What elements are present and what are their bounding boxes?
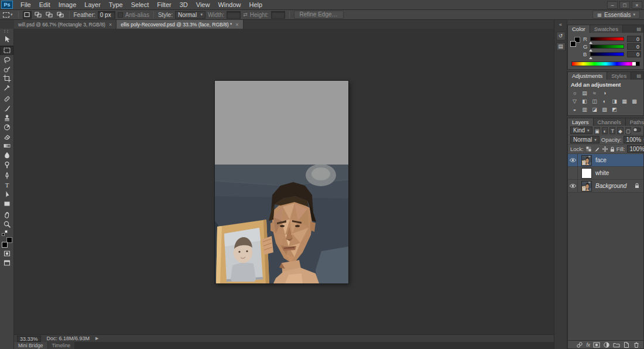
add-layer-mask-icon[interactable] — [593, 341, 600, 348]
panel-color-swatches[interactable] — [570, 37, 580, 47]
menu-type[interactable]: Type — [105, 0, 127, 10]
red-slider[interactable] — [590, 37, 624, 41]
layer-thumbnail[interactable] — [581, 181, 592, 191]
document-tab-ellis-poly[interactable]: ellis poly-Recovered.psd @ 33.3% (face, … — [117, 20, 243, 29]
menu-layer[interactable]: Layer — [80, 0, 105, 10]
foreground-color-swatch[interactable] — [570, 41, 576, 47]
adjustment-vibrance-icon[interactable]: ▽ — [570, 98, 579, 105]
tool-move[interactable] — [0, 35, 13, 44]
new-adjustment-layer-icon[interactable] — [603, 341, 610, 348]
tool-preset-dropdown[interactable]: ▾ — [2, 12, 14, 18]
style-dropdown[interactable]: Normal ▾ — [175, 11, 205, 19]
adjustment-photo-filter-icon[interactable]: ◨ — [610, 98, 619, 105]
tool-pen[interactable] — [0, 171, 13, 180]
tool-crop[interactable] — [0, 74, 13, 83]
menu-file[interactable]: File — [16, 0, 35, 10]
new-group-icon[interactable] — [613, 341, 620, 348]
foreground-color-swatch[interactable] — [2, 242, 8, 248]
close-button[interactable]: × — [632, 1, 642, 9]
tool-spot-healing-brush[interactable] — [0, 94, 13, 104]
lock-position-icon[interactable] — [602, 146, 608, 153]
expand-dock-icon[interactable]: « — [554, 20, 567, 30]
tab-swatches[interactable]: Swatches — [590, 25, 623, 33]
tab-paths[interactable]: Paths — [626, 118, 644, 126]
tab-layers[interactable]: Layers — [568, 118, 594, 126]
visibility-toggle[interactable] — [568, 154, 578, 166]
subtract-from-selection-mode-button[interactable] — [45, 11, 54, 19]
adjustment-hue-saturation-icon[interactable]: ◧ — [580, 98, 589, 105]
tab-adjustments[interactable]: Adjustments — [568, 72, 607, 80]
slider-marker-icon[interactable] — [589, 49, 592, 52]
document-tab-will[interactable]: will.psd @ 66.7% (Rectangle 3, RGB/8) × — [14, 20, 117, 29]
panel-menu-icon[interactable]: ▤ — [634, 72, 643, 80]
close-tab-icon[interactable]: × — [235, 22, 238, 28]
menu-window[interactable]: Window — [214, 0, 245, 10]
lock-pixels-icon[interactable] — [594, 146, 600, 153]
foreground-background-swatches[interactable] — [2, 237, 12, 248]
layer-thumbnail[interactable] — [581, 155, 592, 166]
link-layers-icon[interactable] — [576, 341, 583, 348]
refine-edge-button[interactable]: Refine Edge… — [294, 11, 344, 19]
layer-name[interactable]: face — [595, 157, 607, 163]
layer-row-face[interactable]: face — [568, 154, 643, 167]
layer-thumbnail[interactable] — [581, 168, 592, 179]
new-selection-mode-button[interactable] — [23, 11, 32, 19]
panel-menu-icon[interactable]: ▤ — [634, 25, 643, 33]
tool-eyedropper[interactable] — [0, 83, 13, 93]
layer-name[interactable]: white — [595, 170, 609, 176]
adjustment-layers-filter-icon[interactable]: ◐ — [602, 127, 608, 134]
adjustment-posterize-icon[interactable]: ▥ — [580, 106, 589, 113]
blend-mode-dropdown[interactable]: Normal ▾ — [570, 136, 600, 143]
restore-button[interactable]: □ — [619, 1, 630, 9]
width-input[interactable] — [227, 11, 241, 19]
layer-name[interactable]: Background — [595, 183, 626, 189]
layer-row-background[interactable]: Background — [568, 180, 643, 193]
tab-channels[interactable]: Channels — [594, 118, 626, 126]
status-flyout-arrow-icon[interactable]: ▶ — [95, 336, 98, 341]
menu-image[interactable]: Image — [54, 0, 81, 10]
filtering-toggle[interactable] — [633, 127, 641, 134]
minimize-button[interactable]: – — [607, 1, 618, 9]
lock-all-icon[interactable] — [610, 146, 615, 153]
green-slider[interactable] — [590, 45, 624, 49]
panel-grip-icon[interactable] — [4, 30, 10, 33]
adjustment-black-white-icon[interactable]: ◐ — [600, 98, 609, 105]
tool-lasso[interactable] — [0, 55, 13, 64]
workspace-switcher-button[interactable]: ▦ Essentials ▾ — [592, 11, 640, 19]
tool-quick-selection[interactable] — [0, 64, 13, 74]
tab-styles[interactable]: Styles — [607, 72, 631, 80]
document-view[interactable] — [215, 81, 348, 283]
green-value-field[interactable]: 0 — [627, 43, 641, 50]
type-layers-filter-icon[interactable]: T — [609, 127, 615, 134]
close-tab-icon[interactable]: × — [109, 22, 112, 28]
slider-marker-icon[interactable] — [589, 57, 592, 59]
anti-alias-checkbox[interactable] — [118, 12, 123, 18]
history-panel-icon[interactable]: ↺ — [556, 32, 566, 40]
timeline-tab[interactable]: Timeline — [48, 342, 75, 349]
tool-horizontal-type[interactable]: T — [0, 180, 13, 190]
tool-dodge[interactable] — [0, 160, 13, 169]
menu-3d[interactable]: 3D — [176, 0, 192, 10]
layer-effects-icon[interactable]: fx — [586, 342, 590, 348]
color-spectrum-ramp[interactable] — [571, 61, 640, 66]
adjustment-color-balance-icon[interactable]: ◫ — [590, 98, 599, 105]
tool-zoom[interactable] — [0, 220, 13, 229]
lock-transparency-icon[interactable] — [585, 146, 592, 153]
kind-filter-dropdown[interactable]: Kind ▾ — [570, 126, 592, 134]
add-to-selection-mode-button[interactable] — [34, 11, 43, 19]
tool-path-selection[interactable] — [0, 190, 13, 199]
adjustment-gradient-map-icon[interactable]: ▧ — [600, 106, 609, 113]
blue-value-field[interactable]: 0 — [627, 51, 641, 57]
visibility-toggle[interactable] — [568, 180, 578, 192]
adjustment-brightness-contrast-icon[interactable]: ☼ — [570, 90, 579, 97]
height-input[interactable] — [271, 11, 285, 19]
canvas-area[interactable] — [14, 29, 554, 334]
quick-mask-button[interactable] — [0, 249, 13, 258]
tool-rectangular-marquee[interactable] — [0, 46, 13, 55]
blue-slider[interactable] — [590, 52, 624, 56]
tool-rectangle-shape[interactable] — [0, 199, 13, 208]
slider-marker-icon[interactable] — [589, 42, 592, 44]
adjustment-threshold-icon[interactable]: ◪ — [590, 106, 599, 113]
tool-clone-stamp[interactable] — [0, 113, 13, 122]
tool-history-brush[interactable] — [0, 122, 13, 132]
